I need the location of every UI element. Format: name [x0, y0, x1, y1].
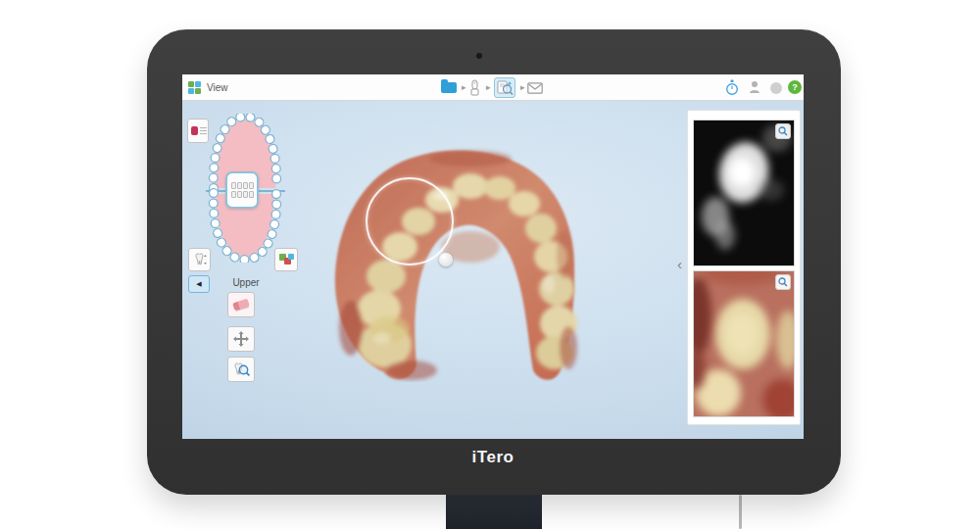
scene: iTero View ▸ ▸ ▸	[0, 0, 980, 529]
magnifier-loupe[interactable]	[366, 177, 454, 265]
monitor-stand	[446, 493, 542, 529]
eraser-tool-button[interactable]	[227, 292, 255, 317]
jaw-label: Upper	[202, 277, 290, 288]
workflow-arrow-icon: ▸	[520, 82, 525, 92]
intraoral-color-viewport[interactable]	[693, 270, 795, 417]
panel-collapse-chevron[interactable]: ‹	[677, 256, 682, 272]
top-toolbar: View ▸ ▸ ▸ ?	[182, 74, 804, 101]
send-envelope-icon[interactable]	[527, 82, 543, 94]
bite-lower-teeth-icon	[231, 191, 254, 198]
notification-dot-icon[interactable]	[770, 82, 782, 94]
jaw-view-toggle-button[interactable]	[188, 248, 211, 271]
intraoral-image	[694, 271, 794, 416]
view-menu-label[interactable]: View	[207, 82, 228, 93]
main-content: ◀ Upper	[182, 101, 804, 439]
niri-grayscale-viewport[interactable]	[693, 120, 795, 266]
move-cross-icon	[232, 330, 250, 348]
niri-magnify-button[interactable]	[775, 123, 791, 139]
camera-panel	[687, 110, 801, 425]
power-cable	[739, 495, 742, 529]
magnifier-icon	[778, 277, 788, 287]
workflow-arrow-icon: ▸	[486, 82, 491, 92]
color-mode-toggle-button[interactable]	[274, 248, 298, 271]
tooth-arrows-icon	[192, 251, 208, 268]
scanner-wand-icon[interactable]	[468, 79, 481, 96]
camera-icon	[476, 53, 482, 59]
eraser-icon	[232, 299, 250, 312]
help-icon[interactable]: ?	[788, 80, 802, 94]
loupe-handle[interactable]	[439, 253, 453, 266]
account-person-icon[interactable]	[749, 80, 760, 94]
move-tool-button[interactable]	[227, 326, 255, 352]
zoom-tooth-tool-button[interactable]	[227, 357, 255, 382]
apps-grid-icon[interactable]	[188, 81, 201, 94]
dental-scan-3d[interactable]	[323, 137, 617, 382]
brand-logo: iTero	[182, 448, 804, 467]
color-magnify-button[interactable]	[775, 274, 791, 290]
timer-stopwatch-icon[interactable]	[725, 79, 739, 96]
view-step-active-icon[interactable]	[494, 77, 515, 98]
magnifier-icon	[778, 126, 788, 136]
tooth-magnifier-icon	[231, 361, 251, 378]
screen: View ▸ ▸ ▸ ?	[182, 74, 804, 439]
bite-selector-button[interactable]	[225, 171, 259, 209]
bite-upper-teeth-icon	[231, 182, 254, 189]
workflow-arrow-icon: ▸	[462, 82, 466, 92]
niri-image	[694, 120, 794, 265]
patient-folder-icon[interactable]	[441, 82, 457, 93]
